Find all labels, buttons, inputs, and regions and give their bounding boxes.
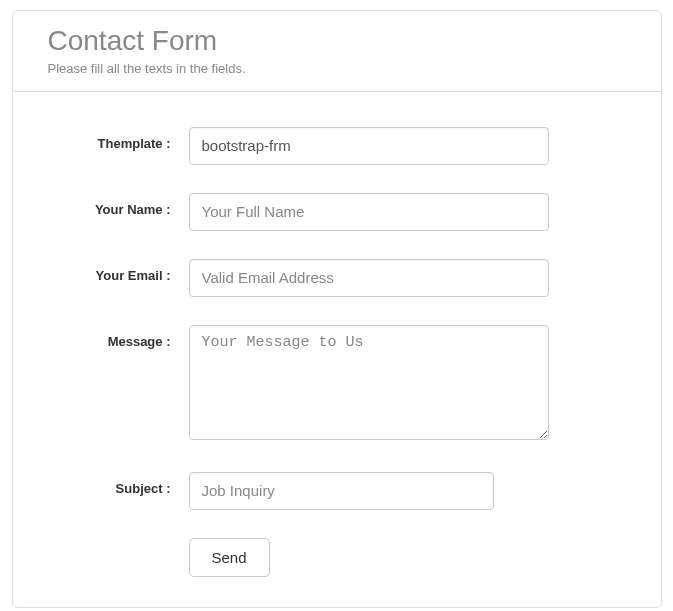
email-input[interactable]	[189, 259, 549, 297]
row-name: Your Name :	[73, 193, 601, 231]
contact-form-panel: Contact Form Please fill all the texts i…	[12, 10, 662, 608]
subject-label: Subject :	[73, 472, 177, 496]
row-email: Your Email :	[73, 259, 601, 297]
message-textarea[interactable]	[189, 325, 549, 440]
page-title: Contact Form	[48, 26, 626, 57]
subject-select[interactable]: Job Inquiry	[189, 472, 494, 510]
send-button[interactable]: Send	[189, 538, 270, 577]
panel-body: Themplate : Your Name : Your Email : Mes…	[13, 92, 661, 607]
name-label: Your Name :	[73, 193, 177, 217]
row-template: Themplate :	[73, 127, 601, 165]
template-label: Themplate :	[73, 127, 177, 151]
message-label: Message :	[73, 325, 177, 349]
row-submit: Send	[73, 538, 601, 577]
row-message: Message :	[73, 325, 601, 444]
email-label: Your Email :	[73, 259, 177, 283]
row-subject: Subject : Job Inquiry	[73, 472, 601, 510]
page-subtitle: Please fill all the texts in the fields.	[48, 61, 626, 76]
panel-header: Contact Form Please fill all the texts i…	[13, 11, 661, 92]
name-input[interactable]	[189, 193, 549, 231]
template-input[interactable]	[189, 127, 549, 165]
